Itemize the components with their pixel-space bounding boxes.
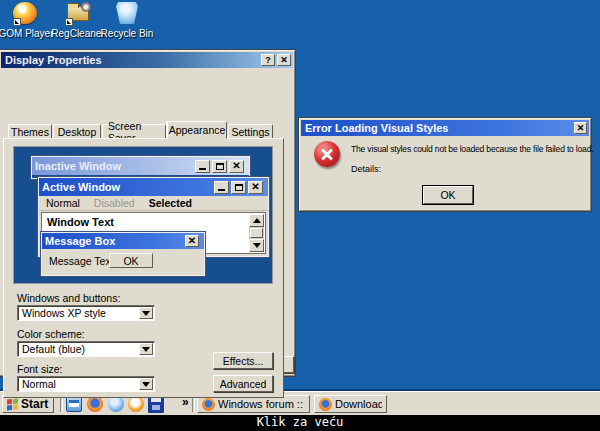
button-label: OK [440, 189, 455, 201]
media-player-icon[interactable] [128, 396, 144, 412]
error-dialog: Error Loading Visual Styles ✕ The visual… [298, 117, 592, 212]
desktop: GOM Player RegCleaner Recycle Bin Displa… [0, 0, 600, 431]
error-dialog-titlebar[interactable]: Error Loading Visual Styles ✕ [301, 120, 589, 136]
window-title: Error Loading Visual Styles [305, 122, 448, 134]
shortcut-arrow-icon [13, 18, 21, 26]
appearance-tab-panel: Inactive Window ✕ Active Window [3, 138, 284, 398]
maximize-icon [231, 181, 246, 194]
dropdown-arrow-icon[interactable] [139, 307, 153, 319]
preview-ok-button: OK [109, 253, 153, 268]
tab-settings[interactable]: Settings [228, 124, 273, 139]
taskbar-divider [192, 396, 195, 412]
button-label: OK [123, 255, 138, 267]
preview-scrollbar [249, 214, 264, 252]
firefox-icon [202, 398, 215, 411]
combo-value: Windows XP style [22, 307, 106, 319]
preview-window-text: Window Text [47, 216, 114, 228]
tab-label: Appearance [169, 124, 226, 136]
close-button[interactable]: ✕ [574, 122, 587, 134]
gear-icon [81, 2, 91, 12]
color-scheme-select[interactable]: Default (blue) [17, 341, 155, 357]
preview-active-title: Active Window [42, 181, 120, 193]
preview-inactive-window: Inactive Window ✕ [31, 156, 250, 179]
menu-item-selected: Selected [149, 197, 192, 209]
taskbar-button-downloads[interactable]: Downloads [314, 395, 387, 413]
tab-screen-saver[interactable]: Screen Saver [102, 124, 166, 139]
dropdown-arrow-icon[interactable] [139, 343, 153, 355]
window-title: Display Properties [5, 54, 102, 66]
caption-text: Klik za veću [257, 415, 344, 429]
tab-appearance[interactable]: Appearance [167, 121, 227, 139]
recycle-bin-icon [116, 2, 138, 24]
scroll-up-icon [249, 214, 264, 227]
display-properties-dialog: Display Properties ? ✕ Themes Desktop Sc… [0, 49, 296, 377]
menu-item-normal: Normal [46, 197, 80, 209]
minimize-icon [195, 160, 210, 173]
close-icon: ✕ [229, 160, 244, 173]
maximize-icon [212, 160, 227, 173]
combo-value: Normal [22, 378, 56, 390]
preview-message-box: Message Box ✕ Message Text OK [41, 232, 205, 276]
font-size-select[interactable]: Normal [17, 376, 155, 392]
scrollbar-thumb [250, 228, 263, 238]
show-desktop-icon[interactable] [66, 396, 82, 412]
desktop-icon-label: Recycle Bin [95, 28, 159, 39]
taskbar-button-label: Windows forum :: ... [218, 398, 305, 410]
close-button[interactable]: ✕ [277, 54, 291, 66]
combo-value: Default (blue) [22, 343, 85, 355]
error-message: The visual styles could not be loaded be… [351, 144, 593, 154]
taskbar-button-label: Downloads [335, 398, 382, 410]
shortcut-arrow-icon [65, 18, 73, 26]
button-label: Advanced [220, 378, 267, 390]
firefox-icon [319, 398, 332, 411]
tab-themes[interactable]: Themes [8, 124, 52, 139]
color-scheme-label: Color scheme: [17, 328, 85, 340]
menu-item-disabled: Disabled [94, 197, 135, 209]
caption-bar: Klik za veću [0, 415, 600, 431]
windows-and-buttons-select[interactable]: Windows XP style [17, 305, 155, 321]
tab-label: Desktop [58, 126, 97, 138]
font-size-label: Font size: [17, 363, 63, 375]
scroll-down-icon [249, 239, 264, 252]
error-ok-button[interactable]: OK [423, 186, 473, 204]
display-properties-titlebar[interactable]: Display Properties ? ✕ [1, 52, 293, 68]
tab-label: Themes [11, 126, 49, 138]
desktop-icon-recycle-bin[interactable]: Recycle Bin [95, 2, 159, 39]
dropdown-arrow-icon[interactable] [139, 378, 153, 390]
windows-and-buttons-label: Windows and buttons: [17, 292, 120, 304]
close-icon: ✕ [185, 235, 199, 247]
save-icon[interactable] [148, 396, 164, 412]
start-label: Start [21, 397, 48, 411]
messenger-icon[interactable] [108, 396, 124, 412]
preview-menubar: Normal Disabled Selected [39, 196, 268, 211]
preview-message-text: Message Text [49, 255, 114, 267]
firefox-icon[interactable] [87, 396, 103, 412]
minimize-icon [214, 181, 229, 194]
appearance-preview: Inactive Window ✕ Active Window [13, 146, 273, 284]
error-details-label: Details: [351, 164, 381, 174]
advanced-button[interactable]: Advanced [213, 375, 273, 392]
windows-logo-icon [7, 398, 18, 410]
effects-button[interactable]: Effects... [213, 352, 273, 369]
tab-label: Settings [232, 126, 270, 138]
preview-message-box-title: Message Box [45, 235, 115, 247]
help-button[interactable]: ? [261, 54, 275, 66]
error-icon [314, 141, 340, 167]
close-icon: ✕ [248, 181, 263, 194]
tab-desktop[interactable]: Desktop [53, 124, 101, 139]
button-label: Effects... [223, 355, 264, 367]
preview-inactive-title: Inactive Window [35, 160, 121, 172]
taskbar-divider [60, 396, 63, 412]
